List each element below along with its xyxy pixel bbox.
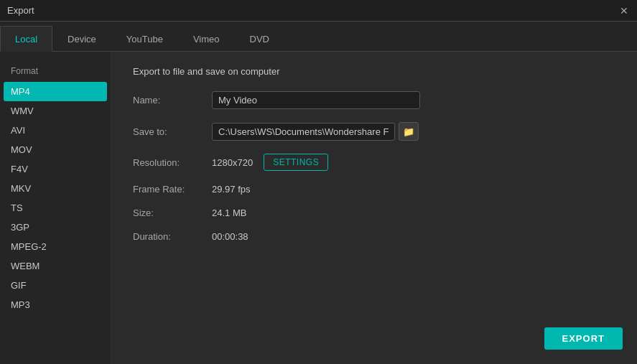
sidebar-item-mkv[interactable]: MKV (0, 179, 111, 198)
sidebar-item-3gp[interactable]: 3GP (0, 218, 111, 237)
tab-dvd[interactable]: DVD (235, 26, 284, 52)
tab-local[interactable]: Local (0, 26, 52, 52)
sidebar-item-f4v[interactable]: F4V (0, 159, 111, 179)
sidebar-section-label: Format (0, 62, 111, 82)
resolution-label: Resolution: (133, 157, 212, 168)
resolution-value-row: 1280x720 SETTINGS (212, 154, 328, 171)
frame-rate-value: 29.97 fps (212, 184, 251, 195)
tab-bar: Local Device YouTube Vimeo DVD (0, 22, 637, 52)
content-title: Export to file and save on computer (133, 66, 615, 77)
save-to-input[interactable] (212, 123, 395, 141)
sidebar-item-avi[interactable]: AVI (0, 121, 111, 140)
size-label: Size: (133, 207, 212, 218)
name-label: Name: (133, 95, 212, 106)
save-to-row: Save to: 📁 (133, 122, 615, 141)
browse-folder-button[interactable]: 📁 (399, 122, 419, 141)
duration-value: 00:00:38 (212, 231, 248, 242)
resolution-row: Resolution: 1280x720 SETTINGS (133, 154, 615, 171)
tab-vimeo[interactable]: Vimeo (178, 26, 235, 52)
close-button[interactable]: ✕ (618, 5, 630, 17)
sidebar-item-mp4[interactable]: MP4 (4, 82, 107, 101)
sidebar-item-mpeg2[interactable]: MPEG-2 (0, 237, 111, 256)
frame-rate-row: Frame Rate: 29.97 fps (133, 184, 615, 195)
sidebar-item-mov[interactable]: MOV (0, 140, 111, 159)
settings-button[interactable]: SETTINGS (264, 154, 328, 171)
path-row: 📁 (212, 122, 419, 141)
size-row: Size: 24.1 MB (133, 207, 615, 218)
sidebar-item-ts[interactable]: TS (0, 198, 111, 218)
size-value: 24.1 MB (212, 207, 246, 218)
tab-device[interactable]: Device (52, 26, 111, 52)
name-row: Name: (133, 91, 615, 109)
save-to-label: Save to: (133, 126, 212, 137)
sidebar-item-mp3[interactable]: MP3 (0, 295, 111, 314)
frame-rate-label: Frame Rate: (133, 184, 212, 195)
tab-youtube[interactable]: YouTube (111, 26, 178, 52)
name-input[interactable] (212, 91, 420, 109)
title-bar: Export ✕ (0, 0, 637, 22)
format-sidebar: Format MP4 WMV AVI MOV F4V MKV TS 3GP MP… (0, 52, 111, 364)
main-area: Format MP4 WMV AVI MOV F4V MKV TS 3GP MP… (0, 52, 637, 364)
export-content: Export to file and save on computer Name… (111, 52, 637, 364)
duration-row: Duration: 00:00:38 (133, 231, 615, 242)
sidebar-item-webm[interactable]: WEBM (0, 256, 111, 276)
window-title: Export (7, 5, 34, 16)
sidebar-item-gif[interactable]: GIF (0, 276, 111, 295)
folder-icon: 📁 (403, 126, 414, 137)
export-button[interactable]: EXPORT (544, 327, 623, 350)
duration-label: Duration: (133, 231, 212, 242)
resolution-value: 1280x720 (212, 157, 253, 168)
sidebar-item-wmv[interactable]: WMV (0, 101, 111, 121)
